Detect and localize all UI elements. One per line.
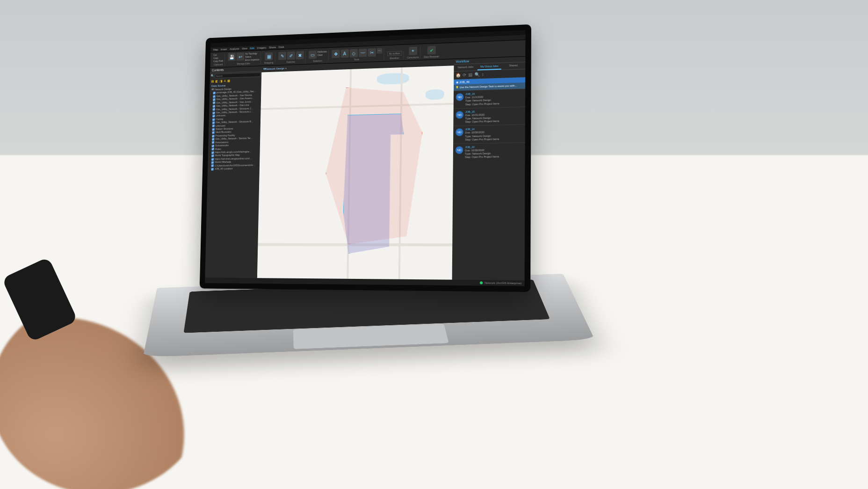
corrections-label: Corrections [407,56,419,59]
tab-shared[interactable]: Shared [501,62,526,70]
layer-visibility-checkbox[interactable] [213,92,216,95]
split-icon[interactable]: ✂ [368,48,376,57]
reshape-icon[interactable]: 〰 [359,49,367,57]
water-body [426,89,444,100]
menu-insert[interactable]: Insert [221,48,227,51]
create-icon[interactable]: ✎ [278,52,286,60]
cut-btn[interactable]: Cut [213,53,217,56]
app-window: Map Insert Analysis View Edit Imagery Sh… [200,24,531,292]
discard-icon[interactable]: ↩ [237,52,245,61]
layer-visibility-checkbox[interactable] [211,165,214,168]
layer-visibility-checkbox[interactable] [211,161,214,164]
layer-item[interactable]: JOB_40 Location [209,167,259,171]
layer-visibility-checkbox[interactable] [212,111,215,114]
annotation-icon[interactable]: A [340,49,349,58]
toc-labeling-icon[interactable]: A [224,79,226,83]
wf-filter-icon[interactable]: ▤ [468,73,472,77]
layer-visibility-checkbox[interactable] [212,131,215,134]
layer-visibility-checkbox[interactable] [212,141,215,144]
layer-visibility-checkbox[interactable] [213,95,216,98]
tab-network-jobs[interactable]: Network Jobs [454,64,477,71]
copy-btn[interactable]: Copy [213,57,218,59]
job-card[interactable]: NDJOB_14Due: 10/30/2020Type: Network Des… [453,124,525,144]
layer-visibility-checkbox[interactable] [212,124,215,127]
layer-visibility-checkbox[interactable] [213,102,216,104]
layer-visibility-checkbox[interactable] [212,121,215,124]
layer-visibility-checkbox[interactable] [212,145,215,147]
select-icon[interactable]: ▭ [309,51,317,59]
more-tools-icon[interactable]: ⋯ [376,48,382,54]
job-card[interactable]: NDJOB_25Due: 10/31/2020Type: Network Des… [453,107,525,126]
job-badge-icon: ND [456,111,463,118]
job-card[interactable]: NDJOB_10Due: 10/30/2020Type: Network Des… [453,142,525,161]
layer-visibility-checkbox[interactable] [211,158,214,161]
connection-status-text: Network (ArcGIS Enterprise) [485,281,521,285]
map-view[interactable]: 🗺 Network Design × [257,59,454,279]
layer-visibility-checkbox[interactable] [211,148,214,151]
layer-visibility-checkbox[interactable] [213,105,216,108]
manage-quality-icon[interactable]: ✔ [427,46,436,54]
clear-btn[interactable]: Clear [318,53,323,56]
ribbon-elevation: No surface Elevation [386,51,404,60]
contents-pane: Contents 🔍 ▤ ◧ ◨ A ▦ Data Source 🗺 Netwo… [205,66,261,278]
layer-visibility-checkbox[interactable] [212,135,215,138]
layer-label: https://services.arcgisonline.com/… [215,157,252,161]
wf-home-icon[interactable]: 🏠 [456,73,461,78]
layer-visibility-checkbox[interactable] [211,154,214,157]
toc-selection-icon[interactable]: ▦ [227,79,231,83]
modify-icon[interactable]: ✐ [287,51,295,60]
elev-mode[interactable]: No surface [387,51,402,56]
tab-my-group-jobs[interactable]: My Group Jobs [477,63,501,71]
menu-share[interactable]: Share [269,46,276,49]
job-list: NDJOB_24Due: 11/1/2020Type: Network Desi… [452,89,526,281]
menu-edit[interactable]: Edit [250,47,254,50]
layer-label: C:\Users\user\ArcGIS\Documents\Ar… [215,163,256,167]
layer-label: JOB_40 Location [215,167,233,171]
toc-filter-icon[interactable]: ◨ [220,80,223,83]
toc-list-by-drawing-icon[interactable]: ▤ [211,80,214,83]
app-body: Contents 🔍 ▤ ◧ ◨ A ▦ Data Source 🗺 Netwo… [205,57,525,280]
data-reviewer-label: Data Reviewer [424,55,439,58]
ribbon-clipboard: Cut Copy Copy Path Clipboard [212,53,225,66]
layer-visibility-checkbox[interactable] [212,115,215,117]
wf-sort-icon[interactable]: ↕ [482,72,484,77]
ground-to-grid-icon[interactable]: ⌖ [409,47,417,55]
job-card[interactable]: NDJOB_24Due: 11/1/2020Type: Network Desi… [454,89,525,109]
layer-visibility-checkbox[interactable] [212,108,215,111]
ribbon-snapping: ▦ Snapping [263,52,275,64]
edit-vertices-icon[interactable]: ◇ [349,49,358,58]
ribbon-manage-edits: 💾 ↩ No Topology Status Error Inspector M… [226,52,261,66]
menu-analysis[interactable]: Analysis [230,47,239,50]
layer-visibility-checkbox[interactable] [212,118,215,121]
snapping-icon[interactable]: ▦ [265,52,273,61]
attributes-btn[interactable]: Attributes [318,50,327,53]
job-badge-icon: ND [456,146,463,153]
ribbon-selection: ▭ Attributes Clear Selection [307,50,329,63]
menu-map[interactable]: Map [213,48,218,51]
save-icon[interactable]: 💾 [228,53,236,61]
wf-refresh-icon[interactable]: ⟳ [463,73,466,77]
ribbon-features: ✎ ✐ ✖ Features [277,51,305,64]
layer-tree: 🗺 Network Design jsmanage.JOB_40 (Gas_Ut… [208,87,261,171]
layer-visibility-checkbox[interactable] [213,98,216,101]
job-badge-icon: ND [456,93,463,101]
menu-view[interactable]: View [242,47,247,50]
layer-visibility-checkbox[interactable] [212,138,215,141]
menu-data[interactable]: Data [279,45,284,48]
toc-list-by-source-icon[interactable]: ◧ [215,80,218,83]
delete-icon[interactable]: ✖ [296,51,304,59]
layer-visibility-checkbox[interactable] [211,151,214,154]
layer-label: Subnetworks [215,144,229,148]
status-label[interactable]: Status [245,55,251,58]
wf-search-icon[interactable]: 🔍 [475,72,480,77]
copypath-btn[interactable]: Copy Path [213,59,223,62]
ribbon-clipboard-label: Clipboard [214,63,223,66]
error-inspector-label[interactable]: Error Inspector [245,58,260,61]
job-step: Step: Open Pro Project Items [465,120,499,124]
layer-visibility-checkbox[interactable] [212,128,215,131]
menu-imagery[interactable]: Imagery [257,46,266,50]
layer-visibility-checkbox[interactable] [211,168,214,171]
move-icon[interactable]: ✥ [332,50,340,58]
no-topology-label[interactable]: No Topology [245,52,257,55]
job-step: Step: Open Pro Project Items [465,102,499,106]
